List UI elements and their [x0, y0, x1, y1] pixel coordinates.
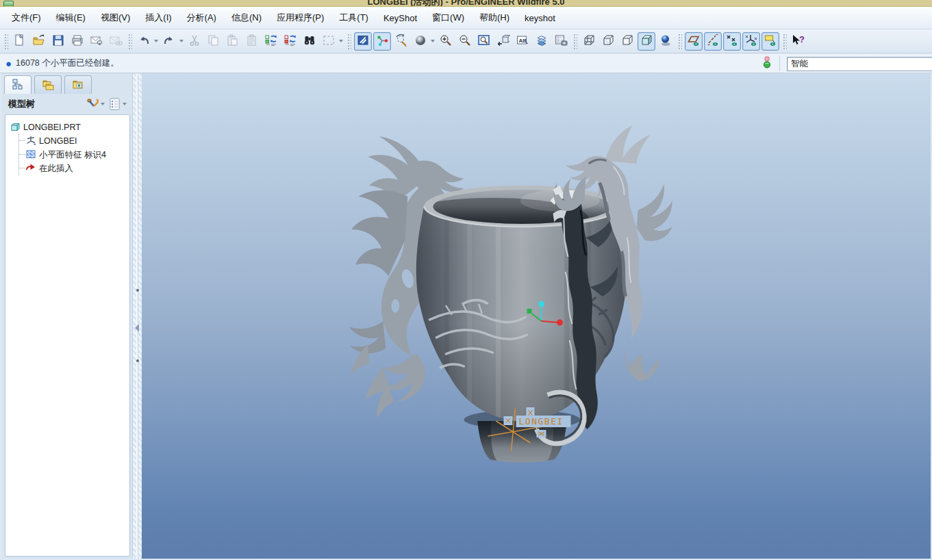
3d-viewport[interactable]: LONGBEI	[142, 73, 931, 559]
tree-item-default-csys[interactable]: LONGBEI	[19, 134, 129, 148]
menu-analysis[interactable]: 分析(A)	[179, 9, 224, 27]
menu-tools[interactable]: 工具(T)	[331, 9, 376, 27]
repaint-button[interactable]	[354, 32, 372, 51]
selection-filter-box[interactable]: 智能	[787, 57, 932, 71]
tab-model-tree[interactable]	[4, 75, 32, 94]
facet-feature-icon	[25, 149, 36, 162]
menu-keyshot[interactable]: KeyShot	[376, 10, 425, 26]
view-manager-button[interactable]	[552, 32, 570, 51]
undo-dropdown[interactable]	[152, 32, 160, 51]
toolbar-grip[interactable]	[782, 33, 787, 49]
model-tree-tab-icon	[11, 77, 25, 93]
undo-icon	[137, 34, 151, 49]
tree-connector	[19, 168, 25, 169]
no-hidden-cube-icon	[620, 34, 634, 49]
find-button[interactable]	[301, 32, 318, 51]
zoom-in-button[interactable]	[437, 32, 455, 51]
paste-button	[224, 32, 242, 51]
layers-icon	[535, 34, 549, 49]
send-mail-button[interactable]	[88, 32, 105, 51]
shading-style-button[interactable]	[412, 32, 429, 51]
tree-item-insert-here[interactable]: 在此插入	[19, 162, 129, 175]
save-button[interactable]	[49, 32, 67, 51]
chevron-down-icon	[179, 40, 184, 42]
message-bar: ● 16078 个小平面已经创建。 智能	[0, 54, 932, 73]
toolbar-grip[interactable]	[572, 33, 577, 49]
splitter-line	[136, 73, 138, 559]
spin-center-icon	[375, 34, 389, 49]
regenerate-button[interactable]	[262, 32, 280, 51]
splitter-collapse-arrow[interactable]	[135, 324, 139, 332]
redo-button[interactable]	[160, 32, 178, 51]
navigator-tabs	[4, 75, 92, 94]
realtime-render-button[interactable]	[657, 32, 675, 51]
csys-display-button[interactable]	[742, 32, 760, 51]
toolbar-grip[interactable]	[3, 33, 8, 49]
3d-scene[interactable]: LONGBEI	[142, 73, 931, 559]
menu-insert[interactable]: 插入(I)	[138, 9, 179, 27]
menu-window[interactable]: 窗口(W)	[425, 9, 472, 27]
selection-box-icon	[322, 34, 336, 49]
message-text: 16078 个小平面已经创建。	[16, 58, 119, 69]
menu-view[interactable]: 视图(V)	[93, 9, 138, 27]
csys-label: LONGBEI	[518, 417, 563, 427]
tab-folder-browser[interactable]	[34, 75, 62, 94]
zoom-window-button[interactable]	[475, 32, 493, 51]
tree-settings-button[interactable]	[106, 95, 128, 113]
new-file-button[interactable]	[11, 32, 29, 51]
spin-center-toggle-button[interactable]	[373, 32, 391, 51]
hidden-line-button[interactable]	[599, 32, 617, 51]
menu-applications[interactable]: 应用程序(P)	[269, 9, 331, 27]
zoom-window-icon	[477, 34, 491, 49]
shading-style-dropdown[interactable]	[429, 32, 436, 51]
menu-file[interactable]: 文件(F)	[4, 9, 49, 27]
new-file-icon	[13, 34, 27, 49]
open-folder-icon	[32, 34, 46, 49]
undo-button[interactable]	[135, 32, 153, 51]
menu-info[interactable]: 信息(N)	[224, 9, 269, 27]
context-help-button[interactable]: ?	[790, 32, 807, 51]
select-box-dropdown[interactable]	[337, 32, 344, 51]
orient-mode-button[interactable]	[392, 32, 410, 51]
view-manager-icon	[554, 34, 568, 49]
custom-regenerate-icon	[284, 34, 297, 49]
binoculars-icon	[303, 34, 316, 49]
saved-views-button[interactable]: AB	[514, 32, 531, 51]
menu-keyshot2[interactable]: keyshot	[517, 10, 563, 26]
tree-item-part[interactable]: LONGBEI.PRT	[10, 120, 129, 134]
tab-favorites[interactable]	[64, 75, 92, 94]
insert-here-icon	[25, 162, 36, 175]
custom-regenerate-button[interactable]	[281, 32, 299, 51]
toolbar-grip[interactable]	[347, 33, 351, 49]
redo-dropdown[interactable]	[177, 32, 185, 51]
chevron-down-icon	[431, 40, 435, 42]
layers-button[interactable]	[533, 32, 551, 51]
datum-plane-display-button[interactable]	[685, 32, 703, 51]
csys-display-icon	[744, 34, 758, 49]
selection-filter-value: 智能	[791, 58, 808, 70]
wireframe-button[interactable]	[580, 32, 598, 51]
point-display-button[interactable]	[723, 32, 741, 51]
toolbar-grip[interactable]	[677, 33, 682, 49]
part-icon	[10, 121, 21, 134]
saved-views-icon: AB	[516, 34, 529, 49]
toolbar-grip[interactable]	[127, 33, 132, 49]
zoom-out-button[interactable]	[456, 32, 474, 51]
folders-icon	[41, 77, 55, 93]
no-hidden-button[interactable]	[618, 32, 636, 51]
open-file-button[interactable]	[30, 32, 48, 51]
menu-help[interactable]: 帮助(H)	[472, 9, 517, 27]
model-status-indicator[interactable]	[761, 55, 772, 73]
tree-filters-button[interactable]	[84, 95, 106, 113]
hidden-line-cube-icon	[601, 34, 615, 49]
print-button[interactable]	[68, 32, 86, 51]
shaded-button[interactable]	[638, 32, 655, 51]
tree-item-facet-feature[interactable]: 小平面特征 标识4	[19, 148, 129, 162]
shaded-sphere-icon	[414, 34, 427, 49]
refit-button[interactable]	[494, 32, 512, 51]
copy-button	[205, 32, 223, 51]
datum-axis-display-button[interactable]	[704, 32, 722, 51]
annotation-display-button[interactable]	[761, 32, 779, 51]
main-toolbar: AB ?	[0, 29, 932, 53]
menu-edit[interactable]: 编辑(E)	[49, 9, 93, 27]
